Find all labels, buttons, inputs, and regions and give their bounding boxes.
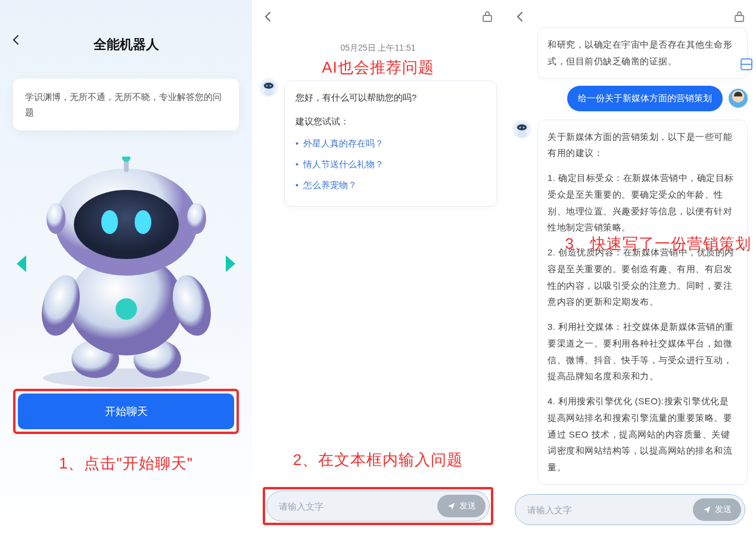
chat-timestamp: 05月25日 上午11:51 (252, 43, 504, 54)
bot-avatar-icon (512, 120, 531, 139)
message-input-bar: 发送 (515, 494, 745, 525)
annotation-ai-suggest: AI也会推荐问题 (252, 57, 504, 78)
start-chat-highlight: 开始聊天 (13, 389, 239, 434)
page-title: 全能机器人 (0, 36, 252, 54)
scroll-indicator-icon (741, 58, 752, 70)
bot-message-bubble: 和研究，以确定在宇宙中是否存在其他生命形式，但目前仍缺乏确凿的证据。 (537, 27, 748, 79)
send-icon (447, 502, 456, 511)
send-icon (702, 505, 711, 514)
send-label: 发送 (459, 501, 476, 511)
send-label: 发送 (715, 504, 732, 515)
bot-text: 4. 利用搜索引擎优化 (SEO):搜索引擎优化是提高网站排名和搜索引擎流量的重… (547, 393, 738, 476)
message-input[interactable] (527, 505, 693, 515)
suggestion-item[interactable]: 外星人真的存在吗？ (295, 133, 486, 154)
chat-scroll-area[interactable]: 和研究，以确定在宇宙中是否存在其他生命形式，但目前仍缺乏确凿的证据。 给一份关于… (504, 25, 756, 537)
svg-point-18 (264, 83, 273, 89)
bot-text: 3. 利用社交媒体：社交媒体是新媒体营销的重要渠道之一。要利用各种社交媒体平台，… (547, 319, 738, 385)
header-action-icon[interactable] (481, 11, 493, 25)
svg-point-11 (46, 203, 66, 234)
intro-card: 学识渊博，无所不通，无所不晓，专业解答您的问题 (13, 79, 239, 130)
svg-rect-15 (483, 15, 491, 21)
svg-rect-22 (735, 15, 743, 21)
svg-point-9 (101, 210, 118, 234)
bot-text: 关于新媒体方面的营销策划，以下是一些可能有用的建议： (547, 129, 738, 162)
panel-intro: 全能机器人 学识渊博，无所不通，无所不晓，专业解答您的问题 (0, 0, 252, 537)
user-message-bubble: 给一份关于新媒体方面的营销策划 (567, 86, 723, 111)
suggestion-item[interactable]: 怎么养宠物？ (295, 175, 486, 196)
svg-point-14 (122, 157, 130, 162)
svg-point-4 (116, 298, 137, 320)
svg-point-26 (519, 126, 521, 128)
start-chat-button[interactable]: 开始聊天 (18, 394, 234, 429)
annotation-step-3: 3、快速写了一份营销策划 (565, 233, 751, 254)
suggestion-item[interactable]: 情人节送什么礼物？ (295, 154, 486, 175)
robot-illustration-area (0, 145, 252, 383)
message-input-bar: 发送 (266, 491, 490, 522)
svg-point-19 (266, 85, 267, 86)
suggestion-hint: 建议您试试： (295, 114, 486, 129)
suggestion-list: 外星人真的存在吗？ 情人节送什么礼物？ 怎么养宠物？ (295, 133, 486, 196)
back-button[interactable] (263, 11, 273, 24)
bot-text: 1. 确定目标受众：在新媒体营销中，确定目标受众是至关重要的。要确定受众的年龄、… (547, 170, 738, 236)
robot-illustration (25, 157, 228, 389)
header-action-icon[interactable] (733, 11, 745, 25)
svg-point-25 (517, 124, 527, 130)
input-highlight: 发送 (263, 487, 493, 525)
svg-point-21 (264, 89, 273, 96)
annotation-step-1: 1、点击"开始聊天" (0, 453, 252, 474)
back-button[interactable] (11, 35, 21, 48)
panel-conversation: 和研究，以确定在宇宙中是否存在其他生命形式，但目前仍缺乏确凿的证据。 给一份关于… (504, 0, 756, 537)
svg-point-10 (135, 210, 151, 234)
svg-point-27 (522, 126, 524, 128)
back-button[interactable] (515, 11, 525, 24)
send-button[interactable]: 发送 (693, 498, 741, 521)
send-button[interactable]: 发送 (437, 495, 486, 517)
svg-point-12 (187, 203, 206, 234)
user-avatar-icon (729, 89, 748, 108)
svg-point-20 (269, 85, 271, 86)
bot-message-bubble: 您好，有什么可以帮助您的吗? 建议您试试： 外星人真的存在吗？ 情人节送什么礼物… (284, 80, 497, 207)
annotation-step-2: 2、在文本框内输入问题 (252, 449, 504, 470)
bot-greeting: 您好，有什么可以帮助您的吗? (295, 90, 486, 105)
message-input[interactable] (279, 501, 437, 511)
panel-suggestions: 05月25日 上午11:51 AI也会推荐问题 您好，有什么可以帮助您的吗? 建… (252, 0, 504, 537)
svg-point-28 (517, 130, 527, 138)
bot-text: 和研究，以确定在宇宙中是否存在其他生命形式，但目前仍缺乏确凿的证据。 (547, 36, 738, 70)
bot-avatar-icon (259, 78, 278, 97)
bot-message-bubble: 关于新媒体方面的营销策划，以下是一些可能有用的建议： 1. 确定目标受众：在新媒… (537, 120, 748, 485)
svg-point-8 (74, 190, 179, 259)
svg-point-0 (43, 369, 210, 388)
